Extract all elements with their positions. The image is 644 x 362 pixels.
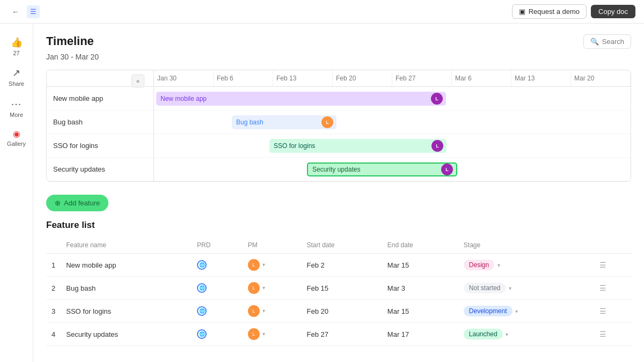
topbar: ← ☰ ▣ Request a demo Copy doc (0, 0, 644, 24)
gantt-row-1: New mobile app L (154, 87, 631, 110)
row-name-3: SSO for logins (61, 300, 192, 323)
date-feb13: Feb 13 (273, 70, 333, 86)
prd-globe-3[interactable]: 🌐 (197, 306, 207, 316)
col-pm: PM (243, 237, 302, 254)
topbar-right: ▣ Request a demo Copy doc (512, 4, 635, 19)
stage-chevron-3[interactable]: ▾ (515, 308, 518, 314)
pm-chevron-1[interactable]: ▾ (262, 262, 265, 268)
avatar-new-mobile: L (431, 93, 443, 105)
row-label-bug-bash: Bug bash (47, 110, 153, 134)
prd-globe-4[interactable]: 🌐 (197, 329, 207, 339)
back-button[interactable]: ← (9, 5, 23, 18)
row-pm-4: L ▾ (243, 323, 302, 346)
timeline-rows-bars: New mobile app L Bug bash L (154, 87, 631, 181)
feature-list-title: Feature list (46, 220, 631, 231)
feature-table-header-row: Feature name PRD PM Start date End date … (46, 237, 631, 254)
row-start-1: Feb 2 (302, 254, 382, 277)
stage-chevron-1[interactable]: ▾ (497, 262, 500, 268)
gantt-bar-new-mobile-app[interactable]: New mobile app L (156, 92, 446, 106)
sidebar-item-more[interactable]: ··· More (3, 93, 30, 122)
avatar-sso: L (431, 140, 443, 152)
date-jan30: Jan 30 (154, 70, 214, 86)
row-pm-1: L ▾ (243, 254, 302, 277)
date-mar20: Mar 20 (571, 70, 631, 86)
table-row: 1 New mobile app 🌐 L ▾ Feb 2 Mar 15 Desi… (46, 254, 631, 277)
date-feb27: Feb 27 (392, 70, 452, 86)
notes-icon-4[interactable]: ☰ (599, 330, 606, 338)
search-box[interactable]: 🔍 Search (583, 34, 631, 49)
date-mar6: Mar 6 (452, 70, 511, 86)
row-stage-1: Design ▾ (458, 254, 594, 277)
pm-avatar-3: L (248, 305, 260, 317)
row-end-1: Mar 15 (382, 254, 458, 277)
prd-globe-1[interactable]: 🌐 (197, 260, 207, 270)
sidebar-item-share[interactable]: ↗ Share (3, 63, 30, 91)
sidebar-item-gallery[interactable]: ◉ Gallery (3, 124, 30, 151)
row-num-1: 1 (46, 254, 61, 277)
share-icon: ↗ (12, 67, 20, 79)
row-notes-4: ☰ (594, 323, 631, 346)
sidebar-item-likes[interactable]: 👍 27 (3, 32, 30, 61)
stage-chevron-4[interactable]: ▾ (506, 331, 508, 337)
collapse-button[interactable]: « (131, 75, 144, 87)
timeline-header: Jan 30 Feb 6 Feb 13 Feb 20 Feb 27 Mar 6 … (47, 70, 631, 87)
col-feature-name: Feature name (61, 237, 192, 254)
col-notes (594, 237, 631, 254)
gantt-bar-sso[interactable]: SSO for logins L (269, 139, 447, 153)
notes-icon-1[interactable]: ☰ (599, 261, 606, 269)
row-num-4: 4 (46, 323, 61, 346)
row-name-1: New mobile app (61, 254, 192, 277)
col-start: Start date (302, 237, 382, 254)
gantt-row-3: SSO for logins L (154, 134, 631, 158)
row-notes-3: ☰ (594, 300, 631, 323)
pm-avatar-1: L (248, 259, 260, 271)
avatar-bug-bash: L (321, 116, 333, 128)
row-end-2: Mar 3 (382, 277, 458, 300)
row-pm-3: L ▾ (243, 300, 302, 323)
request-demo-button[interactable]: ▣ Request a demo (512, 4, 587, 19)
row-pm-2: L ▾ (243, 277, 302, 300)
gantt-bar-bug-bash[interactable]: Bug bash L (232, 115, 336, 129)
list-icon: ☰ (27, 5, 40, 18)
timeline-container: Jan 30 Feb 6 Feb 13 Feb 20 Feb 27 Mar 6 … (46, 70, 631, 182)
feature-table: Feature name PRD PM Start date End date … (46, 237, 631, 346)
likes-count: 27 (13, 50, 19, 56)
gallery-icon: ◉ (13, 129, 20, 139)
timeline-body: New mobile app Bug bash SSO for logins S… (47, 87, 631, 181)
date-range: Jan 30 - Mar 20 (46, 53, 631, 61)
row-prd-1: 🌐 (192, 254, 243, 277)
date-feb20: Feb 20 (333, 70, 392, 86)
table-row: 2 Bug bash 🌐 L ▾ Feb 15 Mar 3 Not starte… (46, 277, 631, 300)
pm-avatar-4: L (248, 328, 260, 340)
col-num (46, 237, 61, 254)
copy-doc-button[interactable]: Copy doc (591, 5, 635, 18)
row-stage-4: Launched ▾ (458, 323, 594, 346)
row-label-new-mobile-app: New mobile app (47, 87, 153, 110)
row-start-4: Feb 27 (302, 323, 382, 346)
page-title: Timeline (46, 34, 631, 48)
row-stage-3: Development ▾ (458, 300, 594, 323)
pm-chevron-2[interactable]: ▾ (262, 285, 265, 291)
search-icon: 🔍 (590, 38, 599, 46)
gantt-bar-label: Security updates (312, 166, 360, 173)
pm-chevron-4[interactable]: ▾ (262, 331, 265, 337)
stage-chevron-2[interactable]: ▾ (509, 285, 511, 291)
row-label-security: Security updates (47, 158, 153, 181)
gantt-row-4: Security updates L (154, 158, 631, 181)
avatar-security: L (441, 164, 453, 175)
row-prd-2: 🌐 (192, 277, 243, 300)
row-end-3: Mar 15 (382, 300, 458, 323)
add-feature-button[interactable]: ⊕ Add feature (46, 195, 108, 211)
sidebar: 👍 27 ↗ Share ··· More ◉ Gallery (0, 24, 33, 362)
prd-globe-2[interactable]: 🌐 (197, 283, 207, 293)
col-end: End date (382, 237, 458, 254)
gantt-bar-security[interactable]: Security updates L (307, 162, 457, 176)
notes-icon-3[interactable]: ☰ (599, 307, 606, 315)
gantt-bar-label: Bug bash (236, 119, 264, 126)
notes-icon-2[interactable]: ☰ (599, 284, 606, 292)
stage-badge-3: Development (464, 306, 513, 316)
row-name-4: Security updates (61, 323, 192, 346)
pm-chevron-3[interactable]: ▾ (262, 308, 265, 314)
row-end-4: Mar 17 (382, 323, 458, 346)
gantt-row-2: Bug bash L (154, 110, 631, 134)
